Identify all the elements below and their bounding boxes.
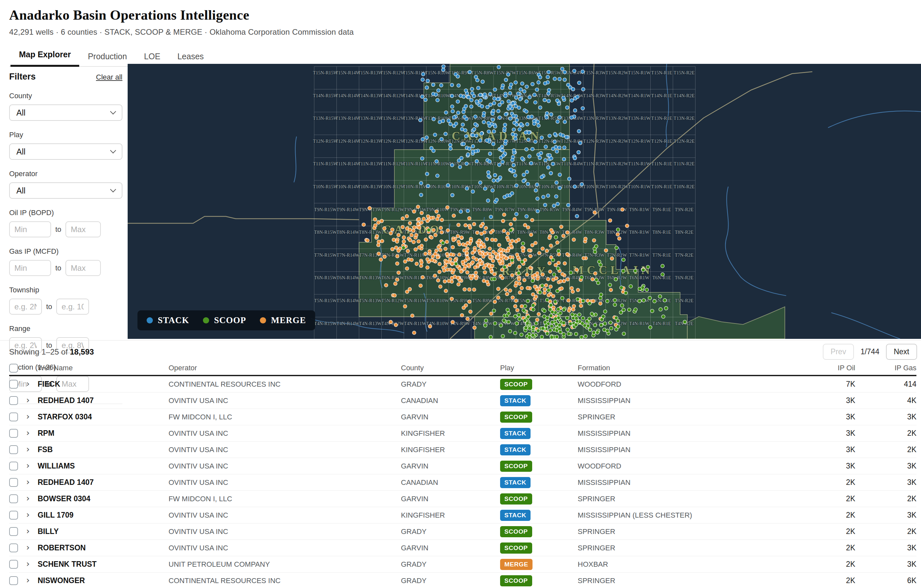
well-dot-merge[interactable] <box>505 292 509 296</box>
row-expand-chevron[interactable]: › <box>26 477 37 487</box>
well-dot-merge[interactable] <box>444 289 448 293</box>
well-dot-scoop[interactable] <box>645 288 649 292</box>
well-dot-stack[interactable] <box>444 132 447 136</box>
well-dot-merge[interactable] <box>491 264 494 268</box>
well-dot-scoop[interactable] <box>501 334 505 338</box>
well-dot-merge[interactable] <box>483 270 487 274</box>
well-dot-scoop[interactable] <box>593 324 597 327</box>
well-dot-merge[interactable] <box>513 217 516 221</box>
well-dot-stack[interactable] <box>478 138 482 142</box>
well-dot-merge[interactable] <box>458 267 462 270</box>
well-dot-merge[interactable] <box>412 331 416 335</box>
well-dot-merge[interactable] <box>410 233 413 237</box>
row-expand-chevron[interactable]: › <box>26 445 37 455</box>
well-dot-scoop[interactable] <box>599 293 603 296</box>
well-dot-merge[interactable] <box>480 232 483 235</box>
well-dot-stack[interactable] <box>555 181 558 184</box>
well-dot-stack[interactable] <box>501 154 505 158</box>
well-dot-merge[interactable] <box>397 233 400 237</box>
well-dot-stack[interactable] <box>498 176 502 179</box>
well-dot-stack[interactable] <box>548 134 552 137</box>
well-dot-merge[interactable] <box>571 308 575 311</box>
well-dot-merge[interactable] <box>377 240 381 244</box>
well-dot-stack[interactable] <box>482 120 486 124</box>
well-dot-scoop[interactable] <box>548 308 552 311</box>
well-dot-stack[interactable] <box>462 95 465 99</box>
well-dot-stack[interactable] <box>500 101 504 104</box>
well-dot-merge[interactable] <box>493 300 496 303</box>
well-dot-scoop[interactable] <box>578 313 581 316</box>
well-dot-stack[interactable] <box>491 142 495 146</box>
well-dot-stack[interactable] <box>447 119 450 122</box>
well-dot-stack[interactable] <box>509 117 512 121</box>
well-dot-merge[interactable] <box>456 276 460 280</box>
well-dot-stack[interactable] <box>514 137 517 140</box>
well-dot-stack[interactable] <box>553 132 557 136</box>
tab-map-explorer[interactable]: Map Explorer <box>10 47 79 67</box>
well-dot-stack[interactable] <box>481 80 484 83</box>
well-dot-stack[interactable] <box>487 174 491 178</box>
row-expand-chevron[interactable]: › <box>26 510 37 520</box>
well-dot-merge[interactable] <box>430 258 434 262</box>
table-row[interactable]: ›FIECKCONTINENTAL RESOURCES INCGRADYSCOO… <box>9 376 916 393</box>
well-dot-merge[interactable] <box>517 238 521 242</box>
well-dot-scoop[interactable] <box>590 312 594 316</box>
well-dot-stack[interactable] <box>577 151 580 154</box>
well-dot-stack[interactable] <box>437 89 440 92</box>
well-dot-stack[interactable] <box>496 109 500 113</box>
well-dot-stack[interactable] <box>488 152 492 156</box>
well-dot-scoop[interactable] <box>526 299 530 303</box>
table-row[interactable]: ›STARFOX 0304FW MIDCON I, LLCGARVINSCOOP… <box>9 409 916 425</box>
well-dot-stack[interactable] <box>539 76 542 79</box>
row-checkbox[interactable] <box>9 412 18 421</box>
well-dot-stack[interactable] <box>456 75 459 78</box>
well-dot-stack[interactable] <box>552 204 556 208</box>
well-dot-scoop[interactable] <box>557 249 560 253</box>
well-dot-stack[interactable] <box>522 173 526 177</box>
well-dot-merge[interactable] <box>368 206 371 210</box>
well-dot-merge[interactable] <box>421 275 425 279</box>
well-dot-stack[interactable] <box>548 153 552 157</box>
well-dot-stack[interactable] <box>514 174 517 178</box>
well-dot-merge[interactable] <box>462 306 465 310</box>
well-dot-merge[interactable] <box>426 258 430 261</box>
play-select[interactable]: All <box>9 143 122 160</box>
well-dot-stack[interactable] <box>500 86 504 90</box>
well-dot-stack[interactable] <box>537 124 540 127</box>
well-dot-stack[interactable] <box>577 129 581 133</box>
well-dot-stack[interactable] <box>571 87 575 91</box>
well-dot-scoop[interactable] <box>571 313 574 316</box>
well-dot-merge[interactable] <box>394 282 397 285</box>
well-dot-stack[interactable] <box>534 189 538 192</box>
table-row[interactable]: ›BOWSER 0304FW MIDCON I, LLCGARVINSCOOPS… <box>9 491 916 507</box>
well-dot-scoop[interactable] <box>520 333 523 337</box>
well-dot-merge[interactable] <box>548 236 551 239</box>
well-dot-stack[interactable] <box>521 82 524 85</box>
well-dot-merge[interactable] <box>417 217 421 221</box>
well-dot-stack[interactable] <box>483 93 487 96</box>
well-dot-stack[interactable] <box>512 128 516 132</box>
well-dot-merge[interactable] <box>566 252 569 256</box>
table-row[interactable]: ›SCHENK TRUSTUNIT PETROLEUM COMPANYGRADY… <box>9 556 916 573</box>
well-dot-stack[interactable] <box>467 95 470 99</box>
row-expand-chevron[interactable]: › <box>26 543 37 553</box>
well-dot-merge[interactable] <box>366 239 369 242</box>
well-dot-merge[interactable] <box>422 217 425 221</box>
well-dot-stack[interactable] <box>556 120 559 124</box>
well-dot-stack[interactable] <box>491 112 495 116</box>
well-dot-scoop[interactable] <box>600 318 604 321</box>
well-dot-merge[interactable] <box>419 284 423 287</box>
well-dot-stack[interactable] <box>525 215 528 218</box>
well-dot-stack[interactable] <box>573 69 576 73</box>
well-dot-merge[interactable] <box>408 222 412 225</box>
well-dot-stack[interactable] <box>436 174 439 178</box>
well-dot-merge[interactable] <box>436 256 439 259</box>
well-dot-merge[interactable] <box>576 288 579 292</box>
well-dot-merge[interactable] <box>544 283 548 287</box>
well-dot-merge[interactable] <box>393 294 396 297</box>
well-dot-scoop[interactable] <box>518 317 521 321</box>
well-dot-merge[interactable] <box>496 287 500 291</box>
well-dot-stack[interactable] <box>553 77 557 81</box>
well-dot-merge[interactable] <box>514 299 518 303</box>
well-dot-merge[interactable] <box>412 226 416 229</box>
